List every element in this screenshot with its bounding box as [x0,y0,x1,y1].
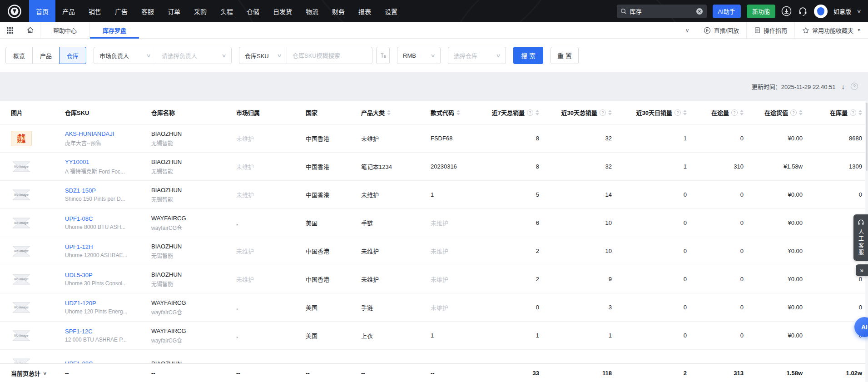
new-features-button[interactable]: 新功能 [747,5,775,18]
nav-item[interactable]: 产品 [55,0,82,22]
cell-in-transit: 0 [690,219,747,226]
owner-select[interactable]: 请选择负责人 ∨ [156,47,231,64]
ai-assistant-button[interactable]: AI助手 [713,5,741,18]
table-row[interactable]: No ImageSDZ1-150PShinco 150 Pints per D.… [0,181,868,209]
nav-item[interactable]: 自发货 [266,0,299,22]
help-icon[interactable]: ? [527,109,533,116]
sku-subtitle: Uhome 30 Pints Consol... [65,280,143,287]
sort-icon[interactable] [740,110,744,115]
sku-link[interactable]: UDL5-30P [65,272,151,278]
table-row[interactable]: 虎年好运AKS-HUNIANDAJI虎年大吉--预售BIAOZHUN无锡智能未维… [0,124,868,153]
help-icon[interactable]: ? [600,109,606,116]
avatar[interactable] [814,5,828,18]
column-header: 国家 [306,108,361,117]
cell-sales-7d: 8 [488,163,543,170]
column-header[interactable]: 在途量? [690,108,747,117]
nav-item[interactable]: 首页 [29,0,55,22]
sort-icon[interactable] [799,110,803,115]
chevron-down-icon[interactable]: ∨ [678,22,697,38]
table-row[interactable]: No ImageUPF1-12HUhome 12000 ASHRAE...BIA… [0,237,868,265]
sku-link[interactable]: UPF1-08C [65,215,151,222]
export-download-icon[interactable]: ↓ [842,83,845,90]
batch-text-search-button[interactable] [376,47,390,64]
chevron-down-icon[interactable]: ∨ [856,8,861,14]
help-icon[interactable]: ? [850,109,856,116]
column-header[interactable]: 近30天日销量? [615,108,690,117]
global-search[interactable] [617,5,707,18]
sku-link[interactable]: UPF1-12H [65,243,151,250]
view-tab[interactable]: 仓库 [59,47,86,64]
sku-link[interactable]: SPF1-12C [65,328,151,335]
help-icon[interactable]: ? [675,109,681,116]
help-icon[interactable]: ? [790,109,797,116]
column-header[interactable]: 近7天总销量? [488,108,543,117]
scrollbar-thumb[interactable] [866,103,868,171]
sku-link[interactable]: UPF1-08C [65,360,151,363]
search-button[interactable]: 搜 索 [513,47,543,64]
download-button[interactable] [781,6,792,16]
table-row[interactable]: No ImageYY10001A 福特福克斯 Ford Foc...BIAOZH… [0,153,868,181]
sort-icon[interactable] [387,110,391,115]
nav-item[interactable]: 客服 [134,0,161,22]
customer-support-panel[interactable]: 人工客服 [853,214,868,261]
cell-market: , [236,219,306,226]
sku-type-select[interactable]: 仓库SKU ∨ [239,47,287,64]
cell-sales-7d: 5 [488,191,543,198]
sku-fuzzy-search-input[interactable] [293,52,361,59]
sort-icon[interactable] [456,110,460,115]
tabbar-link-play[interactable]: 直播/回放 [696,22,746,38]
table-row[interactable]: No ImageUPF1-08CBIAOZHUN [0,350,868,363]
tab-inventory-compass[interactable]: 库存罗盘 [89,22,139,38]
column-header[interactable]: 在库量? [806,108,866,117]
sort-icon[interactable] [858,110,862,115]
nav-item[interactable]: 财务 [325,0,352,22]
view-tab[interactable]: 产品 [32,47,60,64]
home-tab-button[interactable] [20,22,40,38]
currency-select[interactable]: RMB ∨ [397,47,441,64]
nav-item[interactable]: 订单 [161,0,187,22]
sort-icon[interactable] [608,110,612,115]
tab-help-center[interactable]: 帮助中心 [40,22,89,38]
nav-item[interactable]: 物流 [299,0,325,22]
nav-item[interactable]: 头程 [213,0,240,22]
column-header[interactable]: 款式代码 [431,108,488,117]
support-button[interactable] [798,6,808,16]
column-header[interactable]: 在途货值? [747,108,806,117]
help-icon[interactable]: ? [851,83,858,90]
user-name[interactable]: 如意版 [833,7,851,15]
view-tab[interactable]: 概览 [5,47,33,64]
column-header[interactable]: 近30天总销量? [543,108,615,117]
table-row[interactable]: No ImageUPF1-08CUhome 8000 BTU ASH...WAY… [0,209,868,237]
column-header[interactable]: 产品大类 [361,108,431,117]
table-row[interactable]: No ImageUDL5-30PUhome 30 Pints Consol...… [0,265,868,293]
help-icon[interactable]: ? [731,109,738,116]
tabbar-link-doc[interactable]: 操作指南 [746,22,794,38]
sku-link[interactable]: YY10001 [65,159,151,165]
nav-item[interactable]: 广告 [108,0,134,22]
sku-link[interactable]: AKS-HUNIANDAJI [65,130,151,137]
sku-link[interactable]: UDZ1-120P [65,300,151,307]
nav-item[interactable]: 设置 [378,0,404,22]
nav-item[interactable]: 采购 [187,0,213,22]
footer-total-cell: -- [431,370,488,377]
table-row[interactable]: No ImageSPF1-12C12 000 BTU ASHRAE P...WA… [0,322,868,350]
page-total-selector[interactable]: 当前页总计∨ [11,369,65,377]
sort-icon[interactable] [683,110,687,115]
apps-grid-button[interactable] [0,22,20,38]
sku-link[interactable]: SDZ1-150P [65,187,151,194]
cell-transit-value: ¥0.00 [747,304,806,311]
owner-type-select[interactable]: 市场负责人 ∨ [94,47,156,64]
nav-item[interactable]: 仓储 [240,0,266,22]
nav-item[interactable]: 销售 [82,0,108,22]
collapse-panel-button[interactable]: » [856,264,868,276]
table-row[interactable]: No ImageUDZ1-120PUhome 120 Pints Energ..… [0,293,868,322]
nav-item[interactable]: 报表 [352,0,378,22]
warehouse-select[interactable]: 选择仓库 ∨ [448,47,506,64]
cell-in-transit: 310 [690,163,747,170]
search-input[interactable] [630,8,693,15]
app-logo[interactable] [0,0,29,22]
clear-search-icon[interactable] [696,8,703,15]
sort-icon[interactable] [536,110,539,115]
reset-button[interactable]: 重 置 [551,47,579,64]
tabbar-link-star[interactable]: 常用功能收藏夹▼ [794,22,868,38]
